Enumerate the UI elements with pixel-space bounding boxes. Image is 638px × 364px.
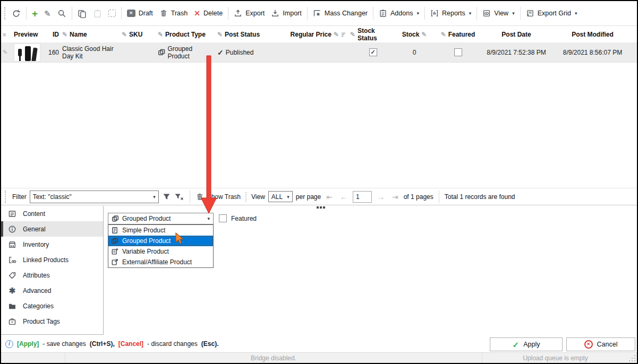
- table-row[interactable]: ✎ 160 Classic Good Hair Day Kit Grouped …: [1, 42, 637, 63]
- column-sku[interactable]: ✎SKU: [120, 27, 156, 42]
- import-button[interactable]: Import: [268, 5, 304, 22]
- clear-filter-icon[interactable]: [174, 193, 184, 201]
- pencil-icon: ✎: [62, 31, 67, 38]
- filter-combobox[interactable]: Text: "classic" ▾: [30, 190, 159, 203]
- option-grouped-product[interactable]: Grouped Product: [108, 236, 213, 246]
- stock-status-checkbox[interactable]: ✓: [369, 48, 377, 56]
- page-input[interactable]: [353, 191, 372, 203]
- addons-button[interactable]: Addons ▾: [376, 5, 422, 22]
- tab-advanced[interactable]: ✱ Advanced: [1, 283, 103, 298]
- column-post-modified[interactable]: Post Modified: [548, 27, 637, 42]
- content-icon: [8, 210, 16, 218]
- column-name[interactable]: ✎Name: [61, 27, 120, 42]
- column-label: Post Modified: [572, 31, 614, 38]
- copy-button[interactable]: [74, 5, 90, 22]
- option-simple-product[interactable]: Simple Product: [108, 225, 213, 236]
- toolbar-separator: [26, 7, 27, 20]
- grouped-product-icon: [112, 215, 119, 222]
- prev-page-icon[interactable]: ←: [338, 193, 350, 201]
- per-page-combobox[interactable]: ALL ▾: [268, 191, 293, 202]
- next-page-icon[interactable]: →: [375, 193, 387, 201]
- info-icon: i: [5, 340, 13, 348]
- filter-separator: [439, 190, 439, 203]
- tab-product-tags[interactable]: Product Tags: [1, 314, 103, 329]
- grid-header: ≡ Preview ID ✎Name ✎SKU ✎Product Type ✎P…: [1, 27, 637, 42]
- option-external-product[interactable]: External/Affiliate Product: [108, 257, 213, 267]
- column-post-status[interactable]: ✎Post Status: [216, 27, 269, 42]
- sort-icon: [341, 32, 347, 38]
- column-label: Stock Status: [358, 27, 396, 42]
- delete-button[interactable]: ✕ Delete: [191, 5, 226, 22]
- first-page-icon[interactable]: ⇤: [324, 193, 335, 201]
- show-trash-icon[interactable]: [195, 193, 204, 201]
- reports-button[interactable]: Reports ▾: [427, 5, 474, 22]
- toolbar-separator: [307, 7, 308, 20]
- apply-filter-icon[interactable]: [162, 193, 171, 201]
- cancel-button[interactable]: ✕ Cancel: [566, 337, 635, 351]
- add-button[interactable]: +: [29, 5, 41, 22]
- filter-label: Filter: [12, 193, 27, 201]
- mass-changer-button[interactable]: Mass Changer: [310, 5, 371, 22]
- row-post-status-cell[interactable]: ✓ Published: [216, 42, 269, 62]
- column-post-date[interactable]: Post Date: [484, 27, 548, 42]
- select-special-button[interactable]: [105, 5, 119, 22]
- tab-linked-products[interactable]: Linked Products: [1, 252, 103, 267]
- toolbar-separator: [72, 7, 72, 20]
- tab-inventory[interactable]: Inventory: [1, 237, 103, 252]
- column-label: Featured: [448, 31, 475, 38]
- upload-queue-status: Upload queue is empty: [482, 354, 628, 362]
- search-button[interactable]: [54, 5, 70, 22]
- featured-editor-checkbox[interactable]: [219, 214, 227, 222]
- plus-icon: +: [32, 8, 38, 19]
- product-type-combobox[interactable]: Grouped Product ▾: [108, 213, 214, 224]
- featured-checkbox[interactable]: [454, 48, 462, 56]
- paste-button[interactable]: [90, 5, 105, 22]
- export-grid-button[interactable]: Export Grid ▾: [523, 5, 581, 22]
- tab-attributes[interactable]: Attributes: [1, 267, 103, 283]
- reports-icon: [430, 9, 439, 18]
- view-label: View: [251, 193, 265, 201]
- row-edit-cell[interactable]: ✎: [1, 42, 10, 62]
- draft-button[interactable]: ✕ Draft: [124, 5, 156, 22]
- row-name-cell[interactable]: Classic Good Hair Day Kit: [61, 42, 120, 62]
- row-stock-cell[interactable]: 0: [397, 42, 431, 62]
- column-preview[interactable]: Preview: [10, 27, 44, 42]
- option-variable-product[interactable]: Variable Product: [108, 246, 213, 257]
- column-id[interactable]: ID: [44, 27, 61, 42]
- tab-label: Attributes: [23, 272, 50, 279]
- folder-icon: [8, 302, 16, 310]
- apply-button[interactable]: ✓ Apply: [490, 337, 563, 351]
- row-regular-price-cell[interactable]: [269, 42, 348, 62]
- tab-label: Product Tags: [23, 318, 60, 325]
- tab-categories[interactable]: Categories: [1, 298, 103, 314]
- product-tags-icon: [8, 317, 16, 326]
- last-page-icon[interactable]: ⇥: [390, 193, 401, 201]
- refresh-button[interactable]: [8, 5, 24, 22]
- show-trash-label[interactable]: Show Trash: [207, 193, 241, 201]
- row-product-type-cell[interactable]: Grouped Product: [156, 42, 216, 62]
- copy-icon: [78, 9, 87, 18]
- edit-button[interactable]: ✎: [41, 5, 54, 22]
- view-button[interactable]: View ▾: [479, 5, 517, 22]
- pencil-icon: ✎: [421, 31, 427, 38]
- toolbar-drag-handle[interactable]: [4, 7, 6, 20]
- tab-general[interactable]: General: [1, 221, 103, 237]
- row-sku-cell[interactable]: [120, 42, 156, 62]
- trash-button[interactable]: Trash: [156, 5, 191, 22]
- export-button[interactable]: Export: [231, 5, 268, 22]
- resize-grip[interactable]: [628, 353, 637, 363]
- chevron-down-icon: ▾: [469, 11, 472, 16]
- addons-icon: [379, 9, 387, 18]
- splitter-handle[interactable]: [317, 206, 325, 209]
- column-featured[interactable]: ✎Featured: [431, 27, 484, 42]
- header-menu-cell[interactable]: ≡: [1, 27, 10, 42]
- row-preview-cell[interactable]: [10, 42, 44, 62]
- mass-changer-label: Mass Changer: [325, 10, 368, 17]
- column-stock-status[interactable]: ✎Stock Status: [348, 27, 397, 42]
- product-type-dropdown: Simple Product Grouped Product Variable …: [108, 224, 214, 268]
- column-stock[interactable]: Stock✎: [397, 27, 431, 42]
- column-regular-price[interactable]: Regular Price ✎: [269, 27, 348, 42]
- filter-bar-drag-handle[interactable]: [5, 190, 7, 203]
- column-product-type[interactable]: ✎Product Type: [156, 27, 216, 42]
- tab-content[interactable]: Content: [1, 206, 103, 221]
